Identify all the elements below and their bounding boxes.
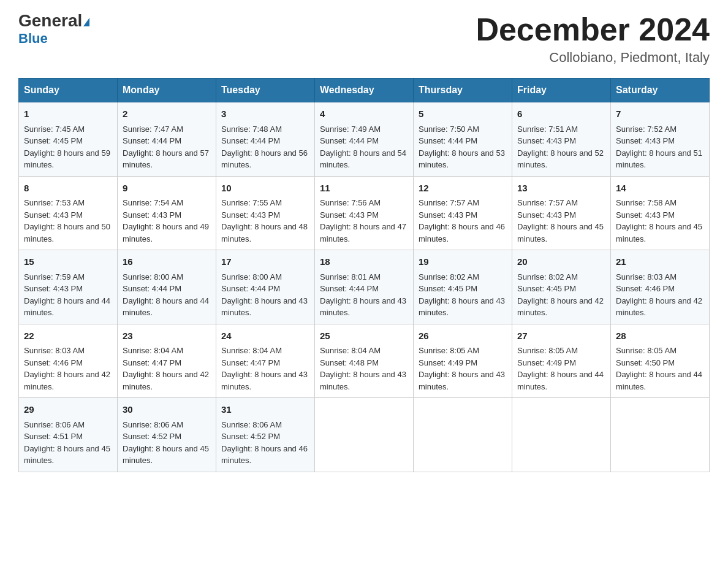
calendar-cell: 7Sunrise: 7:52 AMSunset: 4:43 PMDaylight… [611, 102, 710, 177]
calendar-table: Sunday Monday Tuesday Wednesday Thursday… [18, 78, 710, 472]
month-title: December 2024 [476, 12, 710, 47]
calendar-week-row: 22Sunrise: 8:03 AMSunset: 4:46 PMDayligh… [19, 324, 710, 398]
calendar-cell: 22Sunrise: 8:03 AMSunset: 4:46 PMDayligh… [19, 324, 118, 398]
day-number: 3 [221, 107, 309, 121]
day-number: 27 [517, 329, 605, 343]
page-header: General Blue December 2024 Collobiano, P… [18, 12, 710, 66]
calendar-week-row: 8Sunrise: 7:53 AMSunset: 4:43 PMDaylight… [19, 176, 710, 250]
col-wednesday: Wednesday [315, 79, 414, 102]
calendar-cell: 6Sunrise: 7:51 AMSunset: 4:43 PMDaylight… [512, 102, 611, 177]
day-number: 15 [24, 255, 112, 269]
col-thursday: Thursday [414, 79, 512, 102]
day-number: 10 [221, 182, 309, 196]
calendar-cell: 8Sunrise: 7:53 AMSunset: 4:43 PMDaylight… [19, 176, 118, 250]
day-number: 21 [616, 255, 704, 269]
calendar-cell: 20Sunrise: 8:02 AMSunset: 4:45 PMDayligh… [512, 250, 611, 324]
day-number: 6 [517, 107, 605, 121]
day-number: 31 [221, 403, 309, 417]
day-number: 22 [24, 329, 112, 343]
calendar-week-row: 15Sunrise: 7:59 AMSunset: 4:43 PMDayligh… [19, 250, 710, 324]
calendar-header-row: Sunday Monday Tuesday Wednesday Thursday… [19, 79, 710, 102]
calendar-cell: 17Sunrise: 8:00 AMSunset: 4:44 PMDayligh… [216, 250, 315, 324]
col-friday: Friday [512, 79, 611, 102]
logo: General Blue [18, 12, 89, 47]
calendar-cell [611, 398, 710, 472]
day-number: 19 [419, 255, 507, 269]
col-tuesday: Tuesday [216, 79, 315, 102]
day-number: 30 [123, 403, 211, 417]
day-number: 16 [123, 255, 211, 269]
calendar-cell: 5Sunrise: 7:50 AMSunset: 4:44 PMDaylight… [414, 102, 512, 177]
calendar-cell: 19Sunrise: 8:02 AMSunset: 4:45 PMDayligh… [414, 250, 512, 324]
col-saturday: Saturday [611, 79, 710, 102]
location-title: Collobiano, Piedmont, Italy [476, 50, 710, 66]
day-number: 11 [320, 182, 408, 196]
day-number: 12 [419, 182, 507, 196]
calendar-cell: 13Sunrise: 7:57 AMSunset: 4:43 PMDayligh… [512, 176, 611, 250]
calendar-cell: 24Sunrise: 8:04 AMSunset: 4:47 PMDayligh… [216, 324, 315, 398]
day-number: 23 [123, 329, 211, 343]
calendar-cell [512, 398, 611, 472]
calendar-cell: 11Sunrise: 7:56 AMSunset: 4:43 PMDayligh… [315, 176, 414, 250]
day-number: 14 [616, 182, 704, 196]
day-number: 25 [320, 329, 408, 343]
calendar-cell: 12Sunrise: 7:57 AMSunset: 4:43 PMDayligh… [414, 176, 512, 250]
day-number: 28 [616, 329, 704, 343]
calendar-cell: 2Sunrise: 7:47 AMSunset: 4:44 PMDaylight… [118, 102, 216, 177]
day-number: 1 [24, 107, 112, 121]
calendar-cell: 10Sunrise: 7:55 AMSunset: 4:43 PMDayligh… [216, 176, 315, 250]
col-sunday: Sunday [19, 79, 118, 102]
day-number: 24 [221, 329, 309, 343]
calendar-cell: 26Sunrise: 8:05 AMSunset: 4:49 PMDayligh… [414, 324, 512, 398]
day-number: 18 [320, 255, 408, 269]
calendar-cell: 29Sunrise: 8:06 AMSunset: 4:51 PMDayligh… [19, 398, 118, 472]
calendar-cell: 9Sunrise: 7:54 AMSunset: 4:43 PMDaylight… [118, 176, 216, 250]
calendar-cell: 21Sunrise: 8:03 AMSunset: 4:46 PMDayligh… [611, 250, 710, 324]
col-monday: Monday [118, 79, 216, 102]
calendar-cell: 28Sunrise: 8:05 AMSunset: 4:50 PMDayligh… [611, 324, 710, 398]
calendar-cell [315, 398, 414, 472]
calendar-cell: 27Sunrise: 8:05 AMSunset: 4:49 PMDayligh… [512, 324, 611, 398]
title-block: December 2024 Collobiano, Piedmont, Ital… [476, 12, 710, 66]
calendar-cell: 30Sunrise: 8:06 AMSunset: 4:52 PMDayligh… [118, 398, 216, 472]
logo-triangle-icon [83, 18, 89, 26]
calendar-cell: 14Sunrise: 7:58 AMSunset: 4:43 PMDayligh… [611, 176, 710, 250]
calendar-week-row: 29Sunrise: 8:06 AMSunset: 4:51 PMDayligh… [19, 398, 710, 472]
day-number: 29 [24, 403, 112, 417]
day-number: 13 [517, 182, 605, 196]
calendar-cell: 31Sunrise: 8:06 AMSunset: 4:52 PMDayligh… [216, 398, 315, 472]
day-number: 2 [123, 107, 211, 121]
calendar-week-row: 1Sunrise: 7:45 AMSunset: 4:45 PMDaylight… [19, 102, 710, 177]
day-number: 5 [419, 107, 507, 121]
day-number: 4 [320, 107, 408, 121]
day-number: 8 [24, 182, 112, 196]
calendar-cell: 1Sunrise: 7:45 AMSunset: 4:45 PMDaylight… [19, 102, 118, 177]
calendar-cell: 15Sunrise: 7:59 AMSunset: 4:43 PMDayligh… [19, 250, 118, 324]
day-number: 17 [221, 255, 309, 269]
calendar-cell: 3Sunrise: 7:48 AMSunset: 4:44 PMDaylight… [216, 102, 315, 177]
day-number: 20 [517, 255, 605, 269]
day-number: 26 [419, 329, 507, 343]
calendar-cell: 23Sunrise: 8:04 AMSunset: 4:47 PMDayligh… [118, 324, 216, 398]
calendar-cell [414, 398, 512, 472]
day-number: 9 [123, 182, 211, 196]
logo-general: General [18, 11, 82, 30]
day-number: 7 [616, 107, 704, 121]
calendar-cell: 16Sunrise: 8:00 AMSunset: 4:44 PMDayligh… [118, 250, 216, 324]
logo-blue: Blue [18, 31, 48, 47]
calendar-cell: 4Sunrise: 7:49 AMSunset: 4:44 PMDaylight… [315, 102, 414, 177]
calendar-cell: 18Sunrise: 8:01 AMSunset: 4:44 PMDayligh… [315, 250, 414, 324]
calendar-cell: 25Sunrise: 8:04 AMSunset: 4:48 PMDayligh… [315, 324, 414, 398]
